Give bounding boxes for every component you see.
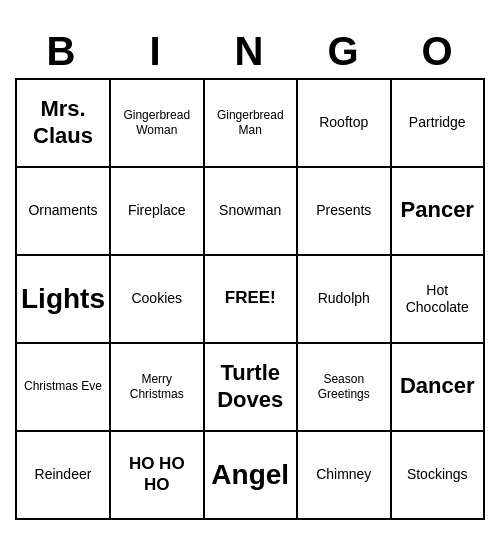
- cell-text: Fireplace: [128, 202, 186, 219]
- bingo-cell: Reindeer: [17, 432, 111, 520]
- bingo-cell: HO HO HO: [111, 432, 205, 520]
- cell-text: Gingerbread Man: [209, 108, 293, 137]
- bingo-header: BINGO: [15, 25, 485, 78]
- bingo-cell: Turtle Doves: [205, 344, 299, 432]
- cell-text: Turtle Doves: [209, 360, 293, 413]
- bingo-cell: Cookies: [111, 256, 205, 344]
- bingo-cell: Christmas Eve: [17, 344, 111, 432]
- cell-text: HO HO HO: [115, 454, 199, 495]
- header-letter: O: [391, 25, 485, 78]
- bingo-cell: Gingerbread Woman: [111, 80, 205, 168]
- bingo-cell: Hot Chocolate: [392, 256, 486, 344]
- cell-text: Cookies: [131, 290, 182, 307]
- header-letter: N: [203, 25, 297, 78]
- cell-text: Merry Christmas: [115, 372, 199, 401]
- bingo-cell: Rooftop: [298, 80, 392, 168]
- bingo-grid: Mrs. ClausGingerbread WomanGingerbread M…: [15, 78, 485, 520]
- cell-text: FREE!: [225, 288, 276, 308]
- cell-text: Season Greetings: [302, 372, 386, 401]
- header-letter: G: [297, 25, 391, 78]
- bingo-cell: Fireplace: [111, 168, 205, 256]
- bingo-cell: Season Greetings: [298, 344, 392, 432]
- cell-text: Hot Chocolate: [396, 282, 480, 316]
- cell-text: Lights: [21, 282, 105, 316]
- header-letter: B: [15, 25, 109, 78]
- cell-text: Chimney: [316, 466, 371, 483]
- bingo-card: BINGO Mrs. ClausGingerbread WomanGingerb…: [15, 25, 485, 520]
- cell-text: Partridge: [409, 114, 466, 131]
- bingo-cell: Partridge: [392, 80, 486, 168]
- cell-text: Reindeer: [35, 466, 92, 483]
- cell-text: Christmas Eve: [24, 379, 102, 393]
- cell-text: Ornaments: [28, 202, 97, 219]
- bingo-cell: Mrs. Claus: [17, 80, 111, 168]
- bingo-cell: Dancer: [392, 344, 486, 432]
- bingo-cell: Stockings: [392, 432, 486, 520]
- bingo-cell: FREE!: [205, 256, 299, 344]
- bingo-cell: Rudolph: [298, 256, 392, 344]
- bingo-cell: Presents: [298, 168, 392, 256]
- bingo-cell: Angel: [205, 432, 299, 520]
- bingo-cell: Snowman: [205, 168, 299, 256]
- bingo-cell: Pancer: [392, 168, 486, 256]
- header-letter: I: [109, 25, 203, 78]
- bingo-cell: Merry Christmas: [111, 344, 205, 432]
- cell-text: Mrs. Claus: [21, 96, 105, 149]
- cell-text: Stockings: [407, 466, 468, 483]
- bingo-cell: Gingerbread Man: [205, 80, 299, 168]
- cell-text: Rooftop: [319, 114, 368, 131]
- bingo-cell: Ornaments: [17, 168, 111, 256]
- cell-text: Gingerbread Woman: [115, 108, 199, 137]
- cell-text: Dancer: [400, 373, 475, 399]
- bingo-cell: Chimney: [298, 432, 392, 520]
- bingo-cell: Lights: [17, 256, 111, 344]
- cell-text: Rudolph: [318, 290, 370, 307]
- cell-text: Angel: [211, 458, 289, 492]
- cell-text: Pancer: [401, 197, 474, 223]
- cell-text: Presents: [316, 202, 371, 219]
- cell-text: Snowman: [219, 202, 281, 219]
